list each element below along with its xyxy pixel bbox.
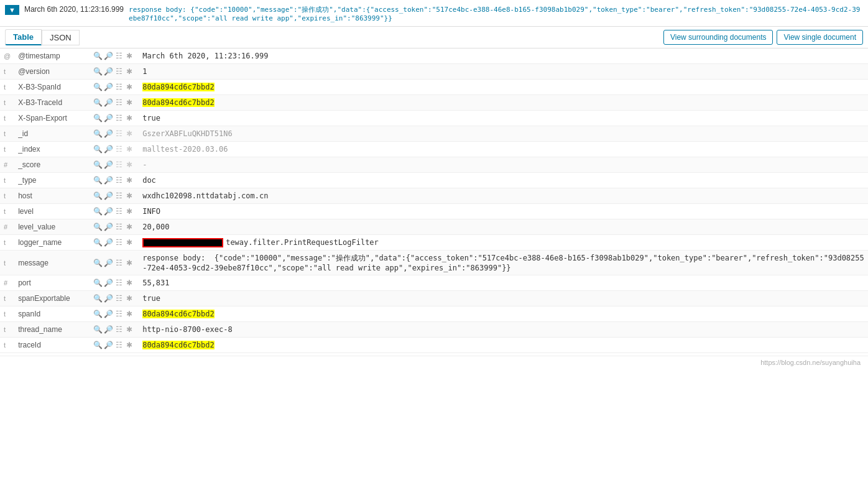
filter-out-icon[interactable]: 🔎 <box>103 113 113 123</box>
columns-icon[interactable]: ☷ <box>114 67 124 76</box>
columns-icon[interactable]: ☷ <box>114 293 124 303</box>
view-surrounding-button[interactable]: View surrounding documents <box>663 30 773 45</box>
filter-for-icon[interactable]: 🔍 <box>93 237 103 247</box>
columns-icon[interactable]: ☷ <box>114 98 124 108</box>
filter-for-icon[interactable]: 🔍 <box>93 258 103 268</box>
tab-json[interactable]: JSON <box>42 30 80 45</box>
columns-icon[interactable]: ☷ <box>114 278 124 288</box>
filter-out-icon[interactable]: 🔎 <box>103 278 113 288</box>
toggle-button[interactable]: ▼ <box>5 5 19 15</box>
field-icons: 🔍🔎☷✱ <box>89 48 139 64</box>
star-icon[interactable]: ✱ <box>124 206 134 216</box>
star-icon[interactable]: ✱ <box>124 98 134 108</box>
table-row: #_score🔍🔎☷✱- <box>0 157 868 173</box>
tab-table[interactable]: Table <box>5 29 42 45</box>
columns-icon[interactable]: ☷ <box>114 325 124 334</box>
filter-for-icon[interactable]: 🔍 <box>93 113 103 123</box>
filter-for-icon[interactable]: 🔍 <box>93 129 103 139</box>
filter-out-icon[interactable]: 🔎 <box>103 82 113 92</box>
star-icon[interactable]: ✱ <box>124 82 134 92</box>
field-value: - <box>139 157 868 173</box>
filter-out-icon[interactable]: 🔎 <box>103 325 113 334</box>
field-type: t <box>0 251 14 275</box>
filter-for-icon[interactable]: 🔍 <box>93 82 103 92</box>
columns-icon[interactable]: ☷ <box>114 129 124 139</box>
filter-for-icon[interactable]: 🔍 <box>93 325 103 334</box>
filter-for-icon[interactable]: 🔍 <box>93 98 103 108</box>
table-row: tthread_name🔍🔎☷✱http-nio-8700-exec-8 <box>0 322 868 338</box>
star-icon[interactable]: ✱ <box>124 51 134 61</box>
star-icon[interactable]: ✱ <box>124 278 134 288</box>
columns-icon[interactable]: ☷ <box>114 113 124 123</box>
columns-icon[interactable]: ☷ <box>114 258 124 268</box>
filter-out-icon[interactable]: 🔎 <box>103 98 113 108</box>
columns-icon[interactable]: ☷ <box>114 309 124 319</box>
log-timestamp: March 6th 2020, 11:23:16.999 <box>24 5 124 14</box>
field-icons: 🔍🔎☷✱ <box>89 111 139 126</box>
filter-out-icon[interactable]: 🔎 <box>103 67 113 76</box>
columns-icon[interactable]: ☷ <box>114 51 124 61</box>
field-icons: 🔍🔎☷✱ <box>89 173 139 188</box>
filter-out-icon[interactable]: 🔎 <box>103 175 113 185</box>
redacted-value <box>142 238 223 247</box>
star-icon[interactable]: ✱ <box>124 67 134 76</box>
field-icons: 🔍🔎☷✱ <box>89 157 139 173</box>
filter-for-icon[interactable]: 🔍 <box>93 144 103 154</box>
filter-for-icon[interactable]: 🔍 <box>93 206 103 216</box>
filter-out-icon[interactable]: 🔎 <box>103 309 113 319</box>
view-single-button[interactable]: View single document <box>777 30 863 45</box>
filter-for-icon[interactable]: 🔍 <box>93 67 103 76</box>
filter-out-icon[interactable]: 🔎 <box>103 51 113 61</box>
filter-out-icon[interactable]: 🔎 <box>103 222 113 232</box>
table-row: ttraceId🔍🔎☷✱80da894cd6c7bbd2 <box>0 338 868 353</box>
star-icon[interactable]: ✱ <box>124 222 134 232</box>
filter-for-icon[interactable]: 🔍 <box>93 293 103 303</box>
star-icon[interactable]: ✱ <box>124 340 134 350</box>
filter-for-icon[interactable]: 🔍 <box>93 191 103 201</box>
star-icon[interactable]: ✱ <box>124 309 134 319</box>
filter-out-icon[interactable]: 🔎 <box>103 237 113 247</box>
columns-icon[interactable]: ☷ <box>114 175 124 185</box>
filter-out-icon[interactable]: 🔎 <box>103 258 113 268</box>
filter-out-icon[interactable]: 🔎 <box>103 129 113 139</box>
filter-for-icon[interactable]: 🔍 <box>93 175 103 185</box>
field-icons: 🔍🔎☷✱ <box>89 126 139 142</box>
filter-for-icon[interactable]: 🔍 <box>93 309 103 319</box>
star-icon[interactable]: ✱ <box>124 293 134 303</box>
field-icons: 🔍🔎☷✱ <box>89 219 139 235</box>
filter-for-icon[interactable]: 🔍 <box>93 222 103 232</box>
columns-icon[interactable]: ☷ <box>114 82 124 92</box>
filter-for-icon[interactable]: 🔍 <box>93 340 103 350</box>
field-name: _type <box>14 173 89 188</box>
filter-out-icon[interactable]: 🔎 <box>103 293 113 303</box>
columns-icon[interactable]: ☷ <box>114 160 124 170</box>
table-row: tlogger_name🔍🔎☷✱teway.filter.PrintReques… <box>0 235 868 251</box>
filter-out-icon[interactable]: 🔎 <box>103 160 113 170</box>
field-value: doc <box>139 173 868 188</box>
field-value: true <box>139 111 868 126</box>
star-icon[interactable]: ✱ <box>124 113 134 123</box>
columns-icon[interactable]: ☷ <box>114 206 124 216</box>
filter-for-icon[interactable]: 🔍 <box>93 51 103 61</box>
star-icon[interactable]: ✱ <box>124 237 134 247</box>
columns-icon[interactable]: ☷ <box>114 222 124 232</box>
star-icon[interactable]: ✱ <box>124 144 134 154</box>
star-icon[interactable]: ✱ <box>124 258 134 268</box>
star-icon[interactable]: ✱ <box>124 160 134 170</box>
filter-for-icon[interactable]: 🔍 <box>93 278 103 288</box>
columns-icon[interactable]: ☷ <box>114 144 124 154</box>
filter-for-icon[interactable]: 🔍 <box>93 160 103 170</box>
filter-out-icon[interactable]: 🔎 <box>103 206 113 216</box>
star-icon[interactable]: ✱ <box>124 191 134 201</box>
columns-icon[interactable]: ☷ <box>114 237 124 247</box>
star-icon[interactable]: ✱ <box>124 129 134 139</box>
field-name: level_value <box>14 219 89 235</box>
columns-icon[interactable]: ☷ <box>114 191 124 201</box>
star-icon[interactable]: ✱ <box>124 175 134 185</box>
star-icon[interactable]: ✱ <box>124 325 134 334</box>
columns-icon[interactable]: ☷ <box>114 340 124 350</box>
filter-out-icon[interactable]: 🔎 <box>103 144 113 154</box>
filter-out-icon[interactable]: 🔎 <box>103 340 113 350</box>
table-row: tspanId🔍🔎☷✱80da894cd6c7bbd2 <box>0 306 868 322</box>
filter-out-icon[interactable]: 🔎 <box>103 191 113 201</box>
